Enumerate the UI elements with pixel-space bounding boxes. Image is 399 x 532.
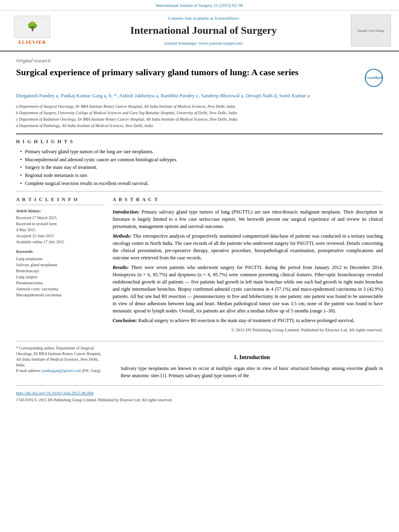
affiliation-d: d Department of Pathology, All India Ins… <box>16 123 383 129</box>
corresponding-author-note: * Corresponding author. Department of Su… <box>16 345 105 374</box>
doi-section: http://dx.doi.org/10.1016/j.ijsu.2015.06… <box>16 385 383 403</box>
elsevier-logo-section: 🌳 ELSEVIER <box>8 16 56 46</box>
history-title: Article history: <box>16 208 105 214</box>
sciencedirect-line: Contents lists available at ScienceDirec… <box>56 15 351 21</box>
history-row-4: Accepted 25 June 2015 <box>16 233 105 239</box>
history-row-1: Received 17 March 2015 <box>16 215 105 221</box>
kw-2: Salivary gland neoplasms <box>16 262 105 268</box>
methods-label: Methods: <box>113 233 132 239</box>
footnote-section: * Corresponding author. Department of Su… <box>16 345 383 379</box>
highlights-title: H I G H L I G H T S <box>16 138 383 145</box>
journal-homepage-line: journal homepage: www.journal-surgery.ne… <box>56 40 351 46</box>
kw-6: Adenoid cystic carcinoma <box>16 286 105 292</box>
journal-header: 🌳 ELSEVIER Contents lists available at S… <box>0 10 399 51</box>
article-title-row: Surgical experience of primary salivary … <box>16 67 383 87</box>
article-history: Article history: Received 17 March 2015 … <box>16 208 105 245</box>
affiliation-a: a Department of Surgical Oncology, Dr BR… <box>16 103 383 109</box>
email-link[interactable]: pankajgarg@gmail.com <box>42 368 81 373</box>
footnote-right: 1. Introduction Salivary type neoplasms … <box>121 345 383 379</box>
email-label: E-mail address: <box>16 368 41 373</box>
conclusion-label: Conclusion: <box>113 318 137 323</box>
highlight-item-3: Surgery is the main stay of treatment. <box>20 164 383 171</box>
bottom-footer: * Corresponding author. Department of Su… <box>16 341 383 403</box>
abstract-column: A B S T R A C T Introduction: Primary sa… <box>113 196 383 333</box>
journal-citation: International Journal of Surgery 21 (201… <box>156 3 243 8</box>
kw-3: Bronchoscopy <box>16 268 105 274</box>
top-bar: International Journal of Surgery 21 (201… <box>0 0 399 10</box>
abstract-intro: Introduction: Primary salivary gland typ… <box>113 208 383 230</box>
homepage-link[interactable]: www.journal-surgery.net <box>199 41 243 45</box>
keywords-section: Keywords: Lung neoplasms Salivary gland … <box>16 249 105 298</box>
results-label: Results: <box>113 265 129 270</box>
intro-label: Introduction: <box>113 209 140 215</box>
affiliations: a Department of Surgical Oncology, Dr BR… <box>16 103 383 129</box>
affiliation-c: c Department of Radiation Oncology, Dr B… <box>16 116 383 122</box>
abstract-methods: Methods: This retrospective analysis of … <box>113 232 383 261</box>
abstract-title: A B S T R A C T <box>113 196 383 205</box>
highlight-item-5: Complete surgical resection results in e… <box>20 180 383 187</box>
affiliation-b: b Department of Surgery, University Coll… <box>16 110 383 116</box>
highlight-item-2: Mucoepidermoid and adenoid cystic cancer… <box>20 156 383 163</box>
kw-1: Lung neoplasms <box>16 256 105 262</box>
tree-icon: 🌳 <box>27 21 38 33</box>
elsevier-logo: 🌳 ELSEVIER <box>8 16 56 46</box>
cover-alt: Journal Cover Image <box>357 29 384 33</box>
crossmark-badge: CrossMark <box>365 69 383 87</box>
methods-text: This retrospective analysis of prospecti… <box>113 233 383 261</box>
journal-cover-image: Journal Cover Image <box>351 14 391 47</box>
article-body: A R T I C L E I N F O Article history: R… <box>16 196 383 333</box>
kw-7: Mucoepidermoid carcinoma <box>16 292 105 298</box>
intro-text: Primary salivary gland type tumors of lu… <box>113 209 383 229</box>
journal-title: International Journal of Surgery <box>56 23 351 38</box>
conclusion-text: Radical surgery to achieve R0 resection … <box>138 318 355 323</box>
introduction-section: 1. Introduction Salivary type neoplasms … <box>121 351 383 379</box>
divider-after-affiliations <box>16 134 383 134</box>
main-content: Original research Surgical experience of… <box>0 51 399 409</box>
abstract-text: Introduction: Primary salivary gland typ… <box>113 208 383 333</box>
abstract-conclusion: Conclusion: Radical surgery to achieve R… <box>113 317 383 324</box>
divider-after-highlights <box>16 191 383 191</box>
logo-image: 🌳 <box>14 16 50 38</box>
kw-4: Lung surgery <box>16 274 105 280</box>
email-suffix: (P.K. Garg). <box>82 368 101 373</box>
history-row-5: Available online 17 July 2015 <box>16 239 105 245</box>
highlights-section: H I G H L I G H T S Primary salivary gla… <box>16 138 383 187</box>
elsevier-name: ELSEVIER <box>19 39 46 46</box>
article-info-column: A R T I C L E I N F O Article history: R… <box>16 196 105 333</box>
results-text: There were seven patients who underwent … <box>113 265 383 314</box>
doi-link[interactable]: http://dx.doi.org/10.1016/j.ijsu.2015.06… <box>16 390 383 396</box>
highlights-list: Primary salivary gland type tumors of th… <box>20 148 383 187</box>
copyright-line: © 2015 IJS Publishing Group Limited. Pub… <box>113 327 383 333</box>
authors-line: Durgatosh Pandey a, Pankaj Kumar Garg a,… <box>16 92 383 100</box>
journal-header-center: Contents lists available at ScienceDirec… <box>56 15 351 46</box>
sciencedirect-link-text[interactable]: ScienceDirect <box>214 16 239 21</box>
highlight-item-4: Regional node metastasis is rare. <box>20 172 383 179</box>
kw-5: Pneumonectomy <box>16 280 105 286</box>
article-info-title: A R T I C L E I N F O <box>16 196 105 205</box>
article-title-text: Surgical experience of primary salivary … <box>16 67 365 78</box>
issn-line: 1743-9191/© 2015 IJS Publishing Group Li… <box>16 397 383 403</box>
footnote-left: * Corresponding author. Department of Su… <box>16 345 105 379</box>
intro-heading: 1. Introduction <box>121 353 383 362</box>
highlight-item-1: Primary salivary gland type tumors of th… <box>20 148 383 155</box>
article-type: Original research <box>16 58 383 64</box>
keywords-title: Keywords: <box>16 249 105 255</box>
history-row-2: Received in revised form <box>16 221 105 227</box>
history-row-3: 4 May 2015 <box>16 227 105 233</box>
intro-paragraph: Salivary type neoplasms are known to occ… <box>121 365 383 379</box>
abstract-results: Results: There were seven patients who u… <box>113 264 383 314</box>
